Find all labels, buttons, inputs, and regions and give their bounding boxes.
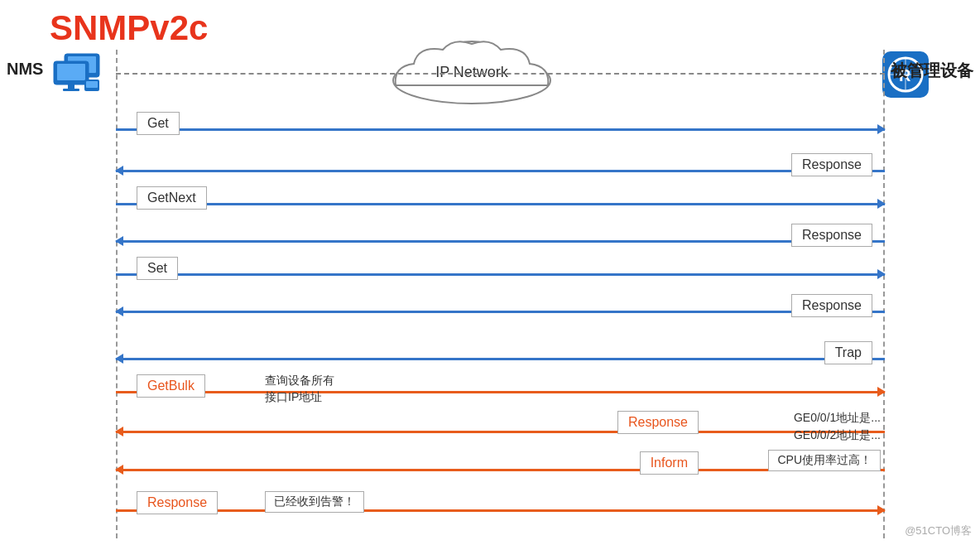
response5-arrow: [116, 509, 885, 512]
response3-arrow: [116, 311, 885, 313]
response1-box: Response: [791, 153, 872, 176]
getbulk-desc: 查询设备所有 接口IP地址: [265, 373, 334, 405]
page-title: SNMPv2c: [50, 8, 208, 48]
response5-desc: 已经收到告警！: [265, 491, 364, 513]
svg-rect-3: [57, 64, 85, 80]
set-arrow: [116, 273, 885, 276]
set-box: Set: [137, 257, 178, 280]
response2-box: Response: [791, 224, 872, 247]
svg-text:IP Network: IP Network: [435, 64, 509, 80]
get-box: Get: [137, 112, 180, 135]
top-dashed-line: [116, 73, 885, 75]
response4-box: Response: [617, 411, 699, 434]
svg-rect-7: [86, 81, 98, 88]
response2-arrow: [116, 240, 885, 243]
vline-right: [883, 50, 885, 538]
svg-rect-5: [63, 89, 79, 91]
inform-box: Inform: [640, 451, 699, 475]
get-arrow: [116, 128, 885, 131]
nms-icon: [50, 50, 108, 99]
getbulk-arrow: [116, 391, 885, 393]
watermark: @51CTO博客: [905, 523, 972, 538]
trap-box: Trap: [824, 341, 872, 364]
nms-label: NMS: [7, 60, 43, 79]
device-label: 被管理设备: [891, 60, 973, 82]
response4-desc: GE0/0/1地址是... GE0/0/2地址是...: [794, 409, 881, 444]
getbulk-box: GetBulk: [137, 374, 205, 398]
getnext-box: GetNext: [137, 186, 207, 210]
response3-box: Response: [791, 294, 872, 317]
getnext-arrow: [116, 203, 885, 205]
trap-arrow: [116, 358, 885, 360]
response4-arrow: [116, 431, 885, 433]
response1-arrow: [116, 170, 885, 172]
ip-network-cloud: IP Network: [381, 29, 563, 112]
inform-desc: CPU使用率过高！: [768, 450, 881, 471]
response5-box: Response: [137, 491, 218, 514]
